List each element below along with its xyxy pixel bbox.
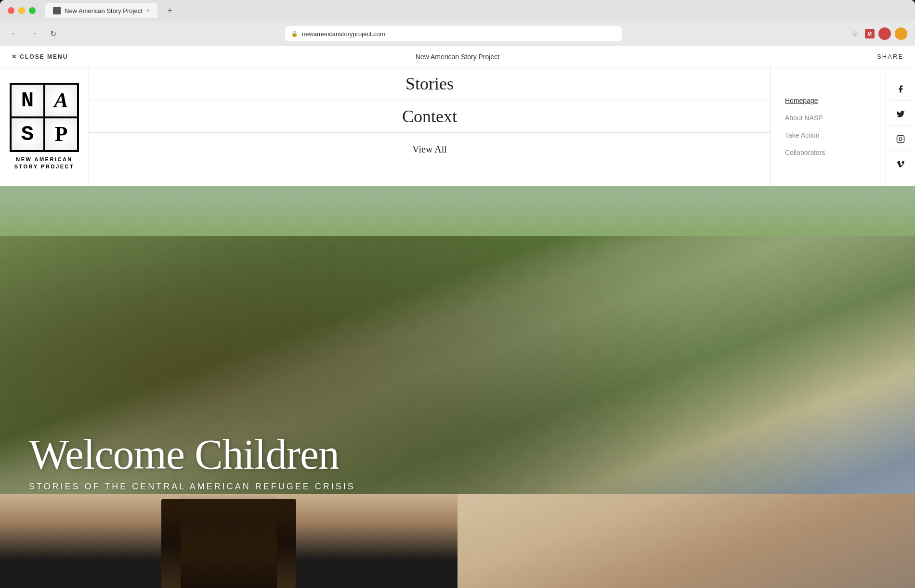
- menu-topbar: ✕ CLOSE MENU New American Story Project …: [0, 46, 915, 67]
- profile-avatar-1[interactable]: [878, 27, 891, 40]
- minimize-traffic-light[interactable]: [18, 7, 25, 14]
- menu-nav: Stories Context View All: [89, 67, 771, 186]
- browser-tab[interactable]: New American Story Project ×: [45, 3, 157, 18]
- thumbnail-right[interactable]: [458, 494, 915, 588]
- url-text: newamericanstoryproject.com: [302, 30, 385, 38]
- logo-letter-n: N: [21, 89, 34, 113]
- logo-grid: N A S P: [10, 83, 79, 152]
- thumbnail-left[interactable]: [0, 494, 458, 588]
- share-button[interactable]: SHARE: [877, 53, 903, 60]
- nav-item-context[interactable]: Context: [89, 100, 770, 133]
- logo-cell-n: N: [11, 84, 44, 117]
- menu-secondary-links: Homepage About NASP Take Action Collabor…: [771, 67, 886, 186]
- nav-label-view-all: View All: [412, 144, 447, 155]
- lock-icon: 🔒: [291, 30, 298, 37]
- extension-icon-1[interactable]: M: [865, 29, 875, 38]
- twitter-icon[interactable]: [889, 102, 913, 126]
- tab-favicon: [53, 7, 61, 14]
- nav-item-stories[interactable]: Stories: [89, 67, 770, 100]
- close-menu-button[interactable]: ✕ CLOSE MENU: [12, 53, 68, 60]
- vimeo-icon[interactable]: [889, 152, 913, 176]
- browser-titlebar: New American Story Project × +: [0, 0, 915, 21]
- nav-item-view-all[interactable]: View All: [89, 133, 770, 166]
- secondary-link-take-action[interactable]: Take Action: [785, 127, 871, 144]
- maximize-traffic-light[interactable]: [29, 7, 36, 14]
- hero-text-block: Welcome Children STORIES OF THE CENTRAL …: [29, 434, 355, 492]
- logo-letter-s: S: [21, 122, 34, 146]
- svg-rect-0: [897, 135, 904, 142]
- menu-site-title: New American Story Project: [416, 53, 499, 61]
- nav-label-context: Context: [402, 106, 457, 127]
- nav-label-stories: Stories: [405, 74, 454, 94]
- browser-actions: ☆ M: [848, 27, 907, 40]
- svg-point-1: [899, 138, 902, 141]
- profile-avatar-2[interactable]: [895, 27, 907, 40]
- secondary-link-collaborators[interactable]: Collaborators: [785, 144, 871, 161]
- logo-text-line2: STORY PROJECT: [14, 164, 75, 169]
- logo-box: N A S P NEW AMERICAN: [10, 83, 79, 171]
- logo-cell-p: P: [44, 117, 78, 151]
- logo-cell-a: A: [44, 84, 78, 117]
- hero-subtitle: STORIES OF THE CENTRAL AMERICAN REFUGEE …: [29, 482, 355, 492]
- tab-title: New American Story Project: [65, 7, 143, 14]
- person-image-left: [0, 494, 458, 588]
- website-content: Welcome Children STORIES OF THE CENTRAL …: [0, 46, 915, 588]
- browser-addressbar: ← → ↻ 🔒 newamericanstoryproject.com ☆ M: [0, 21, 915, 46]
- hero-title: Welcome Children: [29, 434, 355, 476]
- address-bar[interactable]: 🔒 newamericanstoryproject.com: [285, 26, 622, 41]
- logo-text-line1: NEW AMERICAN: [16, 156, 73, 162]
- back-button[interactable]: ←: [8, 27, 21, 40]
- menu-social-icons: [886, 67, 915, 186]
- logo-text: NEW AMERICAN STORY PROJECT: [10, 156, 79, 171]
- bookmark-button[interactable]: ☆: [848, 27, 861, 40]
- facebook-icon[interactable]: [889, 77, 913, 101]
- secondary-link-about[interactable]: About NASP: [785, 109, 871, 127]
- forward-button[interactable]: →: [27, 27, 40, 40]
- logo-letter-a: A: [54, 88, 68, 113]
- bottom-thumbnails: [0, 494, 915, 588]
- refresh-button[interactable]: ↻: [46, 27, 60, 40]
- secondary-link-homepage[interactable]: Homepage: [785, 92, 871, 109]
- menu-overlay: ✕ CLOSE MENU New American Story Project …: [0, 46, 915, 186]
- traffic-lights: [8, 7, 36, 14]
- new-tab-button[interactable]: +: [163, 4, 177, 17]
- logo-cell-s: S: [11, 117, 44, 151]
- instagram-icon[interactable]: [889, 127, 913, 151]
- person-image-right: [458, 494, 915, 588]
- browser-chrome: New American Story Project × + ← → ↻ 🔒 n…: [0, 0, 915, 46]
- close-traffic-light[interactable]: [8, 7, 14, 14]
- tab-close-button[interactable]: ×: [146, 7, 150, 14]
- logo-letter-p: P: [55, 122, 68, 146]
- menu-logo: N A S P NEW AMERICAN: [0, 67, 89, 186]
- menu-main-content: N A S P NEW AMERICAN: [0, 67, 915, 186]
